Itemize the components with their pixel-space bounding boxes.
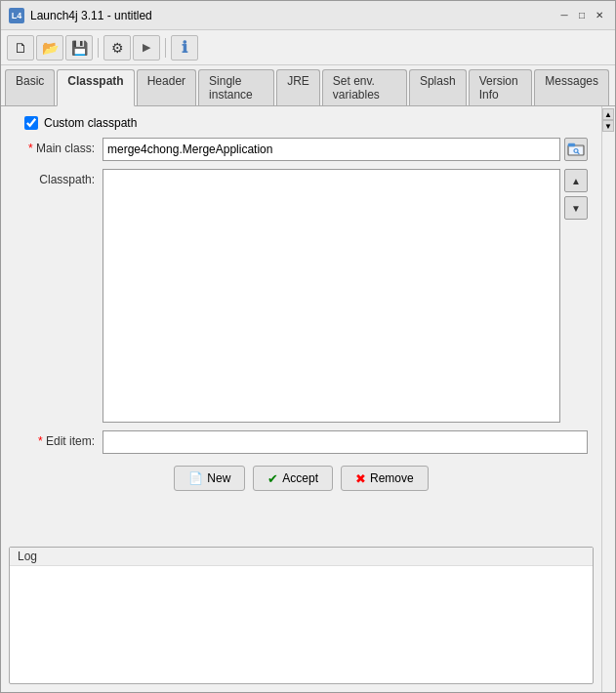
- accept-button[interactable]: ✔ Accept: [253, 466, 333, 491]
- edit-item-label: * Edit item:: [15, 430, 103, 448]
- main-class-row: * Main class:: [15, 138, 588, 161]
- edit-item-required: *: [38, 434, 43, 448]
- info-button[interactable]: ℹ: [171, 35, 198, 61]
- log-header: Log: [10, 548, 593, 566]
- tab-header[interactable]: Header: [137, 69, 196, 105]
- scroll-down-button[interactable]: ▼: [602, 120, 614, 132]
- toolbar-separator-1: [98, 38, 99, 58]
- log-content: [10, 566, 593, 683]
- maximize-button[interactable]: [574, 8, 590, 23]
- up-icon: [571, 174, 581, 187]
- down-icon: [571, 201, 581, 215]
- main-class-label-text: Main class:: [36, 142, 95, 155]
- classpath-nav-buttons: [564, 169, 588, 423]
- right-scrollbar[interactable]: ▲ ▼: [601, 106, 615, 692]
- window-title: Launch4j 3.11 - untitled: [30, 9, 556, 22]
- tab-set-env[interactable]: Set env. variables: [322, 69, 407, 105]
- classpath-content: Custom classpath * Main class:: [1, 106, 601, 547]
- tab-bar: Basic Classpath Header Single instance J…: [1, 65, 615, 106]
- scroll-up-button[interactable]: ▲: [602, 108, 614, 120]
- open-button[interactable]: 📂: [36, 35, 63, 61]
- edit-item-label-text: Edit item:: [46, 434, 95, 448]
- main-class-required: *: [28, 142, 33, 155]
- new-label: New: [207, 471, 230, 485]
- accept-label: Accept: [282, 471, 318, 485]
- minimize-button[interactable]: [556, 8, 572, 23]
- classpath-label: Classpath:: [15, 169, 103, 186]
- window-inner: Custom classpath * Main class:: [1, 106, 615, 692]
- classpath-textarea[interactable]: [103, 169, 560, 423]
- title-bar: L4 Launch4j 3.11 - untitled: [1, 1, 615, 30]
- toolbar: 🗋 📂 💾 ⚙ ▶ ℹ: [1, 30, 615, 65]
- new-icon: 📄: [188, 471, 203, 485]
- run-button[interactable]: ▶: [133, 35, 160, 61]
- close-button[interactable]: [592, 8, 607, 23]
- tab-classpath[interactable]: Classpath: [57, 69, 134, 106]
- edit-item-row: * Edit item:: [15, 430, 588, 454]
- remove-icon: ✖: [355, 471, 366, 486]
- tab-messages[interactable]: Messages: [534, 69, 609, 105]
- toolbar-separator-2: [165, 38, 166, 58]
- custom-classpath-label[interactable]: Custom classpath: [44, 116, 137, 130]
- classpath-area-wrapper: [103, 169, 588, 423]
- main-class-input[interactable]: [103, 138, 560, 161]
- main-class-label: * Main class:: [15, 138, 103, 155]
- main-class-wrapper: [103, 138, 588, 161]
- app-icon: L4: [9, 8, 24, 23]
- browse-icon: [567, 143, 585, 156]
- svg-rect-1: [568, 143, 575, 146]
- custom-classpath-checkbox[interactable]: [24, 116, 38, 130]
- window-controls: [556, 8, 607, 23]
- tab-splash[interactable]: Splash: [409, 69, 467, 105]
- action-buttons: 📄 New ✔ Accept ✖ Remove: [15, 462, 588, 495]
- edit-item-input[interactable]: [103, 430, 588, 454]
- save-button[interactable]: 💾: [65, 35, 93, 61]
- classpath-up-button[interactable]: [564, 169, 588, 192]
- remove-label: Remove: [370, 471, 414, 485]
- browse-main-class-button[interactable]: [564, 138, 588, 161]
- settings-button[interactable]: ⚙: [103, 35, 131, 61]
- new-button[interactable]: 📄 New: [174, 466, 245, 491]
- tab-jre[interactable]: JRE: [276, 69, 320, 105]
- custom-classpath-row: Custom classpath: [15, 116, 588, 130]
- accept-icon: ✔: [267, 471, 278, 486]
- log-section: Log: [9, 547, 594, 684]
- classpath-down-button[interactable]: [564, 196, 588, 220]
- tab-single-instance[interactable]: Single instance: [198, 69, 274, 105]
- main-area: Custom classpath * Main class:: [1, 106, 601, 692]
- tab-basic[interactable]: Basic: [5, 69, 55, 105]
- remove-button[interactable]: ✖ Remove: [341, 466, 429, 491]
- classpath-row: Classpath:: [15, 169, 588, 423]
- main-window: L4 Launch4j 3.11 - untitled 🗋 📂 💾 ⚙ ▶ ℹ …: [0, 0, 616, 693]
- tab-version-info[interactable]: Version Info: [469, 69, 533, 105]
- new-file-button[interactable]: 🗋: [7, 35, 34, 61]
